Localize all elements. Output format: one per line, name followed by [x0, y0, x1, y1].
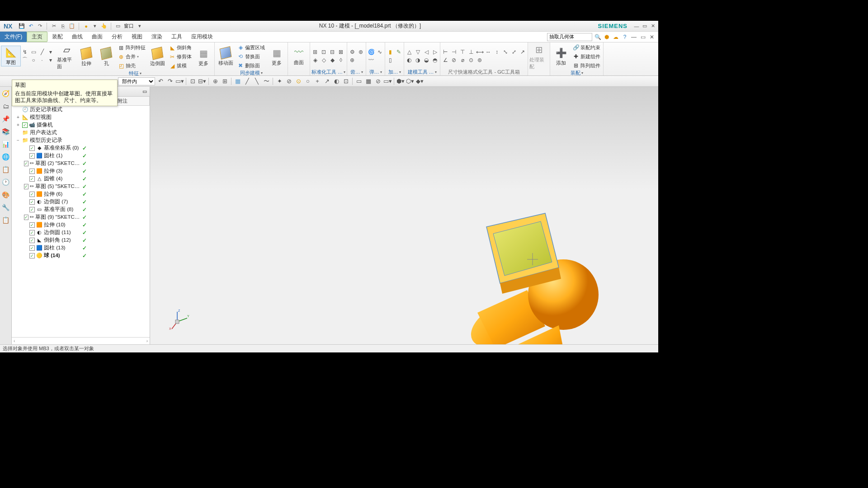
tb-icon[interactable]: ⬡▾ [406, 77, 414, 85]
dim-icon[interactable]: ↔ [485, 48, 492, 56]
group-label-machine[interactable]: 加… [387, 68, 402, 75]
reuse-tab[interactable]: 📚 [2, 127, 10, 136]
tree-row[interactable]: ✓✏草图 (2) "SKETC…✓ [12, 160, 150, 167]
dim-icon[interactable]: ⊙ [467, 56, 475, 64]
tb-icon[interactable]: ⊘ [285, 77, 293, 85]
menu-application[interactable]: 应用模块 [187, 32, 217, 42]
tree-row[interactable]: −📁模型历史记录 [12, 136, 150, 144]
dim-icon[interactable]: ⟷ [476, 48, 483, 56]
tree-row[interactable]: ✓◣倒斜角 (12)✓ [12, 236, 150, 244]
group-label-features[interactable]: 特征 [57, 70, 213, 76]
profile-icon[interactable]: ↯ [21, 48, 28, 56]
menu-render[interactable]: 渲染 [147, 32, 167, 42]
model-icon[interactable]: ◁ [423, 48, 430, 56]
menu-surface[interactable]: 曲面 [87, 32, 107, 42]
std-icon[interactable]: ⊡ [320, 48, 327, 56]
tb-icon[interactable]: ⊘ [374, 77, 382, 85]
history-tab[interactable]: 📋 [2, 165, 10, 174]
tb-icon[interactable]: ◐ [332, 77, 340, 85]
extrude-button[interactable]: 拉伸 [77, 47, 96, 67]
doc-minimize-button[interactable]: — [630, 33, 637, 41]
dim-icon[interactable]: ↗ [519, 48, 526, 56]
tb-icon[interactable]: ▭▾ [175, 77, 184, 85]
tb-icon[interactable]: ⊡ [342, 77, 350, 85]
hole-button[interactable]: 孔 [97, 47, 116, 67]
draft-button[interactable]: ◢拔模 [168, 62, 193, 70]
nav-scrollbar[interactable]: ‹› [12, 337, 150, 344]
undo-icon[interactable]: ↶ [28, 23, 34, 29]
spring-icon[interactable]: 〰 [368, 56, 375, 64]
dropdown-icon[interactable]: ▾ [137, 23, 143, 29]
line-icon[interactable]: ╱ [38, 48, 46, 56]
trim-button[interactable]: ✂修剪体 [168, 53, 193, 61]
menu-curve[interactable]: 曲线 [67, 32, 87, 42]
delete-face-button[interactable]: ✖删除面 [236, 61, 266, 70]
col-note[interactable]: 附注 [115, 97, 150, 105]
more-button[interactable]: ▦更多 [194, 47, 213, 67]
std-icon[interactable]: ⊟ [329, 48, 336, 56]
assembly-navigator-tab[interactable]: 🗂 [2, 102, 10, 110]
more2-button[interactable]: ▦更多 [267, 47, 286, 66]
mach-icon[interactable]: ▮ [387, 48, 394, 56]
dim-icon[interactable]: ⤡ [502, 48, 509, 56]
pattern-feature-button[interactable]: ⊞阵列特征 [117, 44, 147, 52]
part-navigator-tab[interactable]: 🧭 [2, 89, 10, 98]
scope-select[interactable]: 部件内 [118, 77, 155, 85]
std-icon[interactable]: ⊠ [337, 48, 344, 56]
cut-icon[interactable]: ✂ [51, 23, 57, 29]
mach-icon[interactable]: ✎ [395, 48, 402, 56]
model-icon[interactable]: ◐ [406, 56, 413, 64]
model-icon[interactable]: ▷ [431, 48, 439, 56]
group-label-asm[interactable]: 装配 [552, 70, 602, 76]
hd3d-tab[interactable]: 📊 [2, 140, 10, 148]
asm-constraint-button[interactable]: 🔗装配约束 [571, 43, 602, 52]
add-button[interactable]: ➕添加 [552, 47, 571, 66]
dim-icon[interactable]: ⊢ [442, 48, 449, 56]
std-icon[interactable]: ◊ [337, 56, 344, 64]
tb-icon[interactable]: ⬢▾ [396, 77, 405, 85]
tree-row[interactable]: ✓🟦圆柱 (1)✓ [12, 152, 150, 160]
model-icon[interactable]: ▽ [414, 48, 421, 56]
window-list-icon[interactable]: ▭ [115, 23, 121, 29]
copy-icon[interactable]: ⎘ [60, 23, 66, 29]
tb-icon[interactable]: ✦ [275, 77, 283, 85]
command-finder-input[interactable] [547, 33, 592, 41]
tree-row[interactable]: 🕘历史记录模式 [12, 106, 150, 113]
tb-icon[interactable]: ◆▾ [415, 77, 424, 85]
save-icon[interactable]: 💾 [19, 23, 25, 29]
chevron-down-icon[interactable]: ▾ [47, 56, 54, 64]
model-icon[interactable]: △ [406, 48, 413, 56]
tree-row[interactable]: +✓📹摄像机 [12, 121, 150, 129]
touch-icon[interactable]: 👆 [101, 23, 107, 29]
dim-icon[interactable]: ⊥ [467, 48, 475, 56]
tree-row[interactable]: ✓🟧拉伸 (3)✓ [12, 167, 150, 175]
maximize-button[interactable]: ▭ [641, 23, 648, 29]
menu-home[interactable]: 主页 [27, 32, 47, 42]
cloud-icon[interactable]: ☁ [612, 33, 619, 41]
tb-icon[interactable]: ▦ [364, 77, 373, 85]
tree-row[interactable]: ✓🟦圆柱 (13)✓ [12, 244, 150, 252]
tb-icon[interactable]: ↗ [323, 77, 331, 85]
spring-icon[interactable]: ∿ [376, 48, 383, 56]
tb-icon[interactable]: ⊟▾ [198, 77, 206, 85]
dim-icon[interactable]: ⊘ [450, 56, 458, 64]
close-button[interactable]: ✕ [649, 23, 656, 29]
gear-icon[interactable]: ⚙ [349, 48, 356, 56]
redo-icon[interactable]: ↷ [37, 23, 43, 29]
tb-icon[interactable]: 〜 [262, 77, 270, 85]
system-tab[interactable]: 🔧 [2, 203, 10, 211]
menu-view[interactable]: 视图 [127, 32, 147, 42]
tb-icon[interactable]: ▭▾ [383, 77, 392, 85]
shell-button[interactable]: ◰抽壳 [117, 62, 147, 70]
graphics-viewport[interactable]: Z Y X [150, 87, 658, 344]
doc-restore-button[interactable]: ▭ [639, 33, 646, 41]
menu-assembly[interactable]: 装配 [47, 32, 67, 42]
roles-tab[interactable]: 🎨 [2, 191, 10, 199]
home-icon[interactable]: ⬢ [603, 33, 610, 41]
tb-icon[interactable]: ▦ [234, 77, 242, 85]
dim-icon[interactable]: ⊤ [459, 48, 466, 56]
nav-pin-icon[interactable]: ▭ [142, 89, 147, 94]
tree-row[interactable]: +📐模型视图 [12, 113, 150, 121]
new-comp-button[interactable]: ✚新建组件 [571, 52, 602, 61]
web-tab[interactable]: 🌐 [2, 153, 10, 161]
